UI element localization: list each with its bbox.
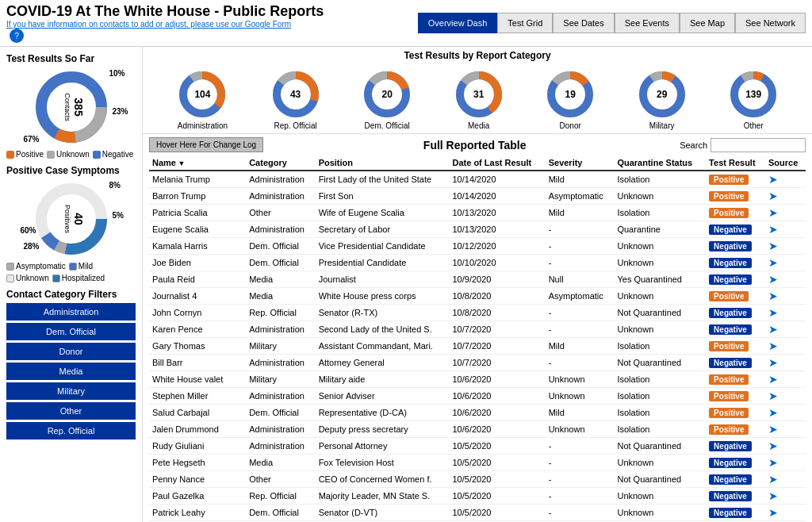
filter-btn-media[interactable]: Media [6, 363, 136, 380]
table-cell: Administration [246, 321, 315, 338]
source-cell[interactable]: ➤ [765, 388, 806, 405]
table-cell: - [546, 488, 615, 505]
table-cell: Fox Television Host [316, 455, 450, 471]
nav-tab-see-network[interactable]: See Network [735, 13, 806, 33]
source-cell[interactable]: ➤ [765, 238, 806, 255]
source-link-icon[interactable]: ➤ [768, 173, 778, 186]
source-link-icon[interactable]: ➤ [768, 340, 778, 352]
page-title: COVID-19 At The White House - Public Rep… [6, 3, 418, 20]
source-cell[interactable]: ➤ [765, 221, 806, 238]
source-cell[interactable]: ➤ [765, 455, 806, 471]
change-log-button[interactable]: Hover Here For Change Log [149, 137, 263, 152]
help-button[interactable]: ? [10, 29, 24, 43]
test-results-donut: 385 Contacts [32, 67, 111, 147]
table-cell: Salud Carbajal [149, 405, 246, 421]
source-link-icon[interactable]: ➤ [768, 223, 778, 236]
source-cell[interactable]: ➤ [765, 271, 806, 288]
source-link-icon[interactable]: ➤ [768, 390, 778, 402]
result-cell: Negative [706, 438, 765, 455]
source-link-icon[interactable]: ➤ [768, 406, 778, 419]
test-results-title: Test Results So Far [6, 53, 136, 64]
source-cell[interactable]: ➤ [765, 488, 806, 505]
table-cell: - [546, 455, 615, 471]
source-cell[interactable]: ➤ [765, 338, 806, 355]
legend-item: Hospitalized [52, 274, 105, 282]
table-cell: Unknown [546, 371, 615, 388]
source-cell[interactable]: ➤ [765, 421, 806, 438]
source-cell[interactable]: ➤ [765, 371, 806, 388]
result-cell: Positive [706, 371, 765, 388]
filter-btn-donor[interactable]: Donor [6, 343, 136, 360]
source-cell[interactable]: ➤ [765, 505, 806, 521]
source-link-icon[interactable]: ➤ [768, 206, 778, 219]
nav-tab-test-grid[interactable]: Test Grid [497, 13, 553, 33]
search-input[interactable] [710, 138, 806, 152]
table-cell: Unknown [614, 505, 706, 521]
filter-btn-military[interactable]: Military [6, 382, 136, 400]
source-link-icon[interactable]: ➤ [768, 456, 778, 469]
pct-mild-label: 8% [109, 181, 121, 190]
table-cell: Mild [546, 405, 615, 421]
table-cell: Unknown [614, 238, 706, 255]
google-form-link[interactable]: If you have information on contacts to a… [6, 20, 418, 29]
table-row: Karen PenceAdministrationSecond Lady of … [149, 321, 806, 338]
filter-btn-administration[interactable]: Administration [6, 303, 136, 320]
table-cell: Unknown [546, 421, 615, 438]
source-link-icon[interactable]: ➤ [768, 256, 778, 269]
source-link-icon[interactable]: ➤ [768, 506, 778, 519]
source-link-icon[interactable]: ➤ [768, 439, 778, 452]
table-cell: Paul Gazelka [149, 488, 246, 505]
table-cell: Unknown [614, 255, 706, 271]
chart-item-donor: 19 Donor [546, 71, 594, 130]
filter-btn-other[interactable]: Other [6, 402, 136, 420]
source-cell[interactable]: ➤ [765, 405, 806, 421]
result-badge: Positive [709, 191, 749, 202]
nav-tab-see-map[interactable]: See Map [680, 13, 735, 33]
charts-row: 104 Administration 43 Rep. Official 20 D… [143, 64, 812, 134]
table-cell: Unknown [614, 188, 706, 205]
source-cell[interactable]: ➤ [765, 438, 806, 455]
source-cell[interactable]: ➤ [765, 355, 806, 371]
source-link-icon[interactable]: ➤ [768, 240, 778, 252]
source-cell[interactable]: ➤ [765, 171, 806, 188]
source-link-icon[interactable]: ➤ [768, 273, 778, 286]
svg-text:Contacts: Contacts [63, 93, 71, 121]
source-link-icon[interactable]: ➤ [768, 356, 778, 369]
result-badge: Positive [709, 374, 749, 385]
source-link-icon[interactable]: ➤ [768, 306, 778, 319]
source-cell[interactable]: ➤ [765, 255, 806, 271]
table-cell: Presidential Candidate [316, 255, 450, 271]
source-cell[interactable]: ➤ [765, 188, 806, 205]
source-cell[interactable]: ➤ [765, 205, 806, 221]
table-header-row: Hover Here For Change Log Full Reported … [149, 137, 806, 152]
nav-tab-overview-dash[interactable]: Overview Dash [418, 13, 498, 33]
source-cell[interactable]: ➤ [765, 321, 806, 338]
result-cell: Positive [706, 171, 765, 188]
source-link-icon[interactable]: ➤ [768, 489, 778, 502]
source-link-icon[interactable]: ➤ [768, 190, 778, 202]
table-row: Salud CarbajalDem. OfficialRepresentativ… [149, 405, 806, 421]
col-header-category: Category [246, 155, 315, 171]
table-cell: Unknown [546, 388, 615, 405]
source-link-icon[interactable]: ➤ [768, 290, 778, 302]
filter-btn-rep--official[interactable]: Rep. Official [6, 422, 136, 439]
filter-btn-dem--official[interactable]: Dem. Official [6, 323, 136, 340]
table-cell: John Cornyn [149, 305, 246, 321]
source-cell[interactable]: ➤ [765, 471, 806, 488]
table-row: Kamala HarrisDem. OfficialVice President… [149, 238, 806, 255]
source-link-icon[interactable]: ➤ [768, 373, 778, 386]
source-cell[interactable]: ➤ [765, 288, 806, 305]
source-cell[interactable]: ➤ [765, 305, 806, 321]
table-cell: Assistant Commandant, Mari. [316, 338, 450, 355]
source-link-icon[interactable]: ➤ [768, 323, 778, 336]
source-link-icon[interactable]: ➤ [768, 473, 778, 486]
charts-title: Test Results by Report Category [143, 47, 812, 64]
table-cell: 10/6/2020 [450, 421, 546, 438]
nav-tab-see-events[interactable]: See Events [615, 13, 680, 33]
result-badge: Negative [709, 508, 752, 518]
nav-tab-see-dates[interactable]: See Dates [553, 13, 614, 33]
source-link-icon[interactable]: ➤ [768, 423, 778, 436]
result-badge: Negative [709, 258, 752, 268]
table-cell: Dem. Official [246, 255, 315, 271]
table-cell: Administration [246, 388, 315, 405]
